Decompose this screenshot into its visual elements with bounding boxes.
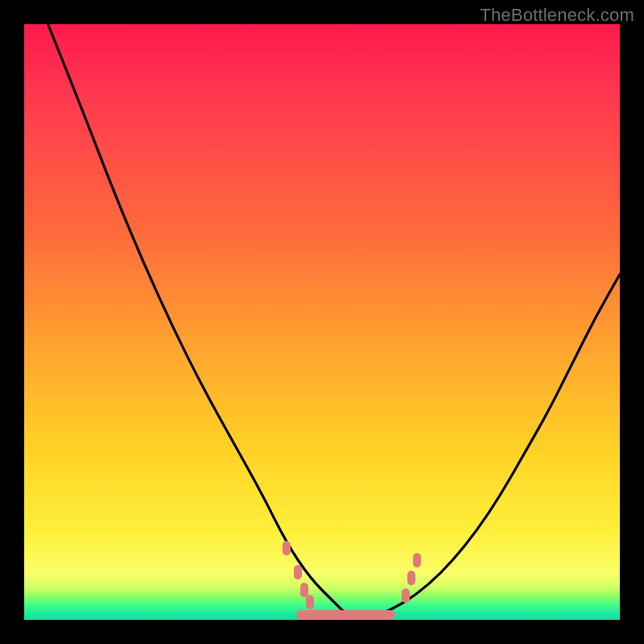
left-curve <box>48 24 346 614</box>
plot-area <box>24 24 620 620</box>
trough-marker <box>306 595 314 609</box>
watermark-text: TheBottleneck.com <box>480 5 634 26</box>
trough-marker <box>294 565 302 580</box>
bottleneck-curves <box>24 24 620 620</box>
chart-outer-frame: TheBottleneck.com <box>0 0 644 644</box>
trough-marker <box>283 541 291 555</box>
floor-band <box>296 610 394 619</box>
trough-marker <box>407 571 415 585</box>
trough-marker <box>413 553 421 568</box>
trough-marker <box>402 588 410 603</box>
